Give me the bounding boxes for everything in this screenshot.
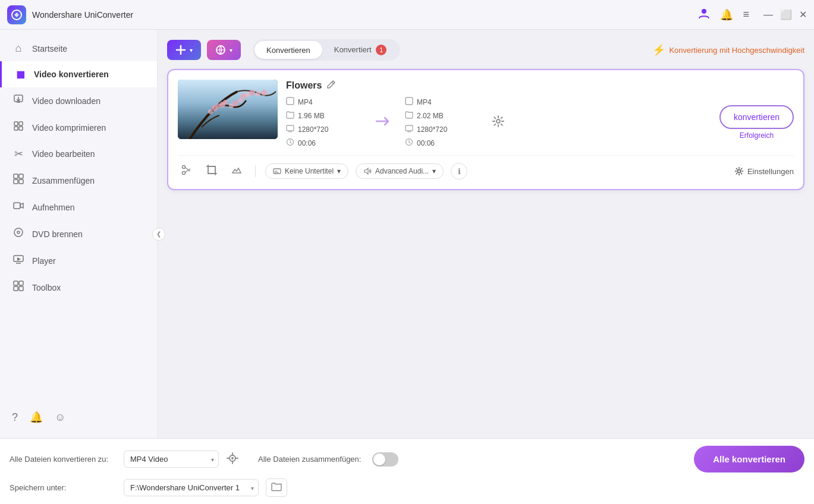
video-convert-icon: ◼: [14, 68, 27, 81]
save-path-select[interactable]: F:\Wondershare UniConverter 1: [124, 479, 259, 496]
einstellungen-label: Einstellungen: [747, 167, 794, 176]
titlebar-controls: 🔔 ≡ — ⬜ ✕: [697, 7, 807, 23]
output-resolution: 1280*720: [405, 124, 482, 134]
svg-rect-3: [14, 122, 18, 125]
menu-icon[interactable]: ≡: [743, 8, 749, 21]
output-duration-value: 00:06: [417, 139, 435, 147]
trim-button[interactable]: [178, 163, 196, 179]
file-settings-button[interactable]: [492, 115, 505, 131]
subtitle-chevron: ▾: [337, 167, 341, 175]
sidebar-item-label: Video bearbeiten: [32, 149, 95, 159]
tab-konvertieren[interactable]: Konvertieren: [254, 41, 322, 59]
face-icon[interactable]: ☺: [55, 411, 65, 424]
help-icon[interactable]: ?: [12, 411, 18, 424]
merge-label: Alle Dateien zusammenfügen:: [258, 455, 365, 464]
info-button[interactable]: ℹ: [451, 163, 467, 179]
sidebar-item-label: Startseite: [32, 44, 67, 53]
effects-button[interactable]: [228, 163, 246, 179]
dvd-icon: [12, 227, 25, 241]
file-edit-icon[interactable]: [326, 80, 336, 91]
bottom-row-1: Alle Dateien konvertieren zu: MP4 Video …: [10, 446, 804, 472]
subtitle-dropdown[interactable]: Keine Untertitel ▾: [265, 163, 348, 179]
crop-button[interactable]: [203, 163, 221, 179]
svg-rect-20: [178, 80, 278, 139]
svg-rect-8: [19, 174, 23, 178]
player-icon: [12, 254, 25, 267]
sidebar-item-video-konvertieren[interactable]: ◼ Video konvertieren: [0, 61, 157, 87]
resolution-icon: [286, 124, 294, 134]
svg-rect-35: [287, 125, 294, 131]
svg-point-13: [17, 231, 20, 234]
einstellungen-button[interactable]: Einstellungen: [734, 166, 794, 176]
app-title: Wondershare UniConverter: [32, 10, 697, 20]
close-button[interactable]: ✕: [799, 9, 807, 20]
user-icon[interactable]: [697, 7, 711, 23]
file-card-footer: Keine Untertitel ▾ Advanced Audi... ▾ ℹ: [178, 155, 794, 179]
file-info: Flowers: [286, 80, 794, 148]
file-card: Flowers: [167, 69, 804, 190]
minimize-button[interactable]: —: [763, 10, 773, 20]
toolbar: ▾ ▾ Konvertieren Konvertiert 1: [167, 39, 804, 61]
sidebar-item-toolbox[interactable]: Toolbox: [0, 274, 157, 301]
sidebar-item-video-komprimieren[interactable]: Video komprimieren: [0, 114, 157, 141]
maximize-button[interactable]: ⬜: [780, 9, 792, 20]
tab-konvertiert[interactable]: Konvertiert 1: [322, 41, 399, 59]
sidebar-item-label: Aufnehmen: [32, 203, 75, 212]
sidebar-item-zusammenfuegen[interactable]: Zusammenfügen: [0, 167, 157, 194]
add-file-chevron: ▾: [190, 47, 193, 53]
svg-rect-16: [19, 281, 23, 285]
file-title-row: Flowers: [286, 80, 794, 91]
sidebar-item-dvd-brennen[interactable]: DVD brennen: [0, 220, 157, 247]
convert-button[interactable]: konvertieren: [719, 105, 794, 129]
browse-folder-button[interactable]: [266, 478, 287, 497]
audio-dropdown[interactable]: Advanced Audi... ▾: [356, 163, 444, 179]
sidebar: ⌂ Startseite ◼ Video konvertieren Video …: [0, 30, 158, 438]
source-size: 1.96 MB: [286, 111, 363, 121]
svg-point-47: [231, 457, 234, 459]
lightning-icon: ⚡: [652, 43, 665, 56]
output-size: 2.02 MB: [405, 111, 482, 121]
speed-button[interactable]: ⚡ Konvertierung mit Hochgeschwindigkeit: [652, 43, 804, 56]
svg-point-31: [261, 90, 267, 96]
sidebar-item-video-downloaden[interactable]: Video downloaden: [0, 87, 157, 114]
format-settings-button[interactable]: [226, 452, 239, 467]
svg-rect-6: [19, 127, 23, 130]
source-resolution-value: 1280*720: [298, 125, 328, 134]
svg-point-29: [249, 90, 255, 96]
svg-rect-37: [406, 97, 413, 105]
sidebar-item-label: Video konvertieren: [34, 70, 109, 79]
file-meta-row: MP4 1.96 MB: [286, 97, 794, 148]
svg-point-27: [240, 93, 246, 99]
convert-all-button[interactable]: Alle konvertieren: [694, 446, 804, 472]
sidebar-item-video-bearbeiten[interactable]: ✂ Video bearbeiten: [0, 141, 157, 167]
audio-label: Advanced Audi...: [375, 167, 429, 175]
notification-icon[interactable]: 🔔: [720, 8, 733, 21]
format-select[interactable]: MP4 Video AVI Video MOV Video MKV Video: [124, 451, 219, 468]
add-file-button[interactable]: ▾: [167, 40, 201, 60]
arrow-section: [363, 114, 405, 131]
sidebar-item-label: Video downloaden: [32, 96, 100, 106]
sidebar-item-player[interactable]: Player: [0, 247, 157, 274]
svg-rect-10: [19, 179, 23, 184]
sidebar-item-label: Video komprimieren: [32, 123, 106, 133]
svg-rect-18: [19, 286, 23, 291]
app-logo: [7, 5, 26, 24]
svg-rect-34: [287, 97, 294, 105]
output-format-value: MP4: [417, 98, 432, 106]
source-size-value: 1.96 MB: [298, 112, 325, 120]
sidebar-item-label: DVD brennen: [32, 229, 83, 239]
output-meta: MP4 2.02 MB: [405, 97, 482, 148]
sidebar-item-aufnehmen[interactable]: Aufnehmen: [0, 194, 157, 220]
speed-label: Konvertierung mit Hochgeschwindigkeit: [669, 46, 804, 55]
add-url-button[interactable]: ▾: [207, 40, 241, 60]
sidebar-item-startseite[interactable]: ⌂ Startseite: [0, 36, 157, 61]
sidebar-item-label: Toolbox: [32, 283, 61, 292]
merge-toggle[interactable]: [372, 452, 398, 467]
output-format: MP4: [405, 97, 482, 107]
file-title: Flowers: [286, 80, 322, 91]
alert-icon[interactable]: 🔔: [30, 411, 43, 424]
svg-rect-5: [14, 127, 18, 130]
tab-group: Konvertieren Konvertiert 1: [253, 39, 400, 61]
sidebar-collapse-button[interactable]: ❮: [152, 228, 165, 241]
audio-chevron: ▾: [432, 167, 436, 175]
